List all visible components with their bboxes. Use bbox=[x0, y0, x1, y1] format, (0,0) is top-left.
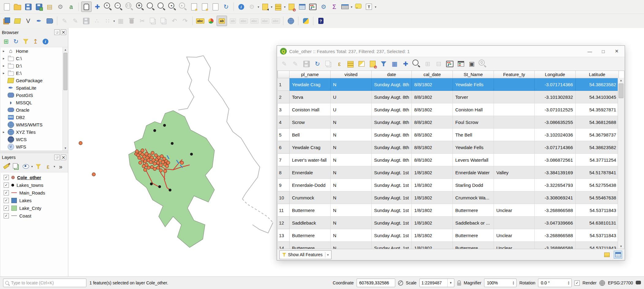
save-layer-edits-button[interactable] bbox=[81, 16, 91, 26]
processing-toolbox-button[interactable]: ⚙ bbox=[319, 2, 328, 12]
cell-visited[interactable]: N bbox=[331, 116, 372, 129]
cell-st_name[interactable]: Starling Dodd bbox=[453, 179, 494, 191]
cell-date[interactable]: Sunday Augt. 1st bbox=[372, 229, 412, 242]
paste-features-button[interactable] bbox=[159, 16, 169, 26]
cell-pl_name[interactable]: Ennerdale-Dodd bbox=[290, 179, 331, 191]
cell-cal_date[interactable]: 1/8/1802 bbox=[412, 166, 453, 179]
new-spatial-bookmark-button[interactable] bbox=[189, 2, 199, 12]
layer-item-main-roads[interactable]: ✓Main_Roads bbox=[1, 189, 68, 197]
cell-feature_ty[interactable]: Valley bbox=[494, 166, 535, 179]
cell-date[interactable]: Sunday Augt. 1st bbox=[372, 179, 412, 191]
cell-latitude[interactable]: 54.34103045 bbox=[576, 91, 619, 103]
zoom-full-button[interactable]: ✚ bbox=[135, 2, 145, 12]
layer-visibility-checkbox[interactable]: ✓ bbox=[4, 198, 9, 203]
layer-diagram-button[interactable] bbox=[206, 16, 216, 26]
cell-date[interactable]: Sunday Augt. 8th bbox=[372, 91, 412, 103]
browser-item-wms-wmts[interactable]: WMS/WMTS bbox=[1, 121, 68, 128]
move-selection-top-button[interactable]: ▦ bbox=[390, 59, 400, 69]
cell-pl_name[interactable]: Bell bbox=[290, 129, 331, 141]
cell-date[interactable]: Sunday Augt. 1st bbox=[372, 166, 412, 179]
layers-close-button[interactable]: × bbox=[61, 155, 66, 160]
table-row-2[interactable]: 2TorvaUSunday Augt. 8th8/8/1802Torver-3.… bbox=[278, 91, 619, 103]
redo-button[interactable]: ↷ bbox=[180, 16, 190, 26]
cell-st_name[interactable]: Buttermere bbox=[453, 242, 494, 249]
cell-longitude[interactable]: -3.102024036 bbox=[535, 129, 576, 141]
layer-item-lakes-towns[interactable]: ✓Lakes_towns bbox=[1, 181, 68, 189]
cell-st_name[interactable]: Crummock Wa... bbox=[453, 191, 494, 204]
form-view-button[interactable] bbox=[603, 251, 611, 259]
rotate-label-button[interactable]: abc bbox=[260, 16, 270, 26]
magnifier-spinbox[interactable]: ▲▼ bbox=[484, 279, 517, 287]
copy-features-button[interactable] bbox=[148, 16, 158, 26]
cell-pl_name[interactable]: Yewdale Crag bbox=[290, 141, 331, 154]
highlight-labels-button[interactable]: ab bbox=[217, 16, 227, 26]
filter-legend-button[interactable] bbox=[34, 162, 43, 171]
cell-date[interactable]: Sunday Augt. 1st bbox=[372, 217, 412, 229]
cell-pl_name[interactable]: Lever's water-fall bbox=[290, 154, 331, 166]
browser-item-d-[interactable]: ▸D:\ bbox=[1, 62, 68, 69]
cell-cal_date[interactable]: 8/8/1802 bbox=[412, 129, 453, 141]
cell-longitude[interactable]: -3.384139169 bbox=[535, 166, 576, 179]
chevron-down-icon[interactable]: ▾ bbox=[375, 5, 376, 9]
layer-item-lake-cnty[interactable]: ✓Lake_Cnty bbox=[1, 204, 68, 212]
layers-float-button[interactable]: ❏ bbox=[54, 155, 60, 160]
table-row-1[interactable]: 1Yewdale CragNSunday Augt. 8th8/8/1802Ye… bbox=[278, 78, 619, 91]
cell-longitude[interactable]: -3.071714366 bbox=[535, 141, 576, 154]
spinner-arrows-icon[interactable]: ▲▼ bbox=[512, 281, 514, 285]
cell-visited[interactable]: N bbox=[331, 166, 372, 179]
browser-item-mssql[interactable]: ◗MSSQL bbox=[1, 99, 68, 106]
add-selected-layers-button[interactable]: ⊞ bbox=[2, 37, 10, 46]
cell-date[interactable]: Sunday Augt. 1st bbox=[372, 191, 412, 204]
data-source-manager-button[interactable] bbox=[2, 16, 12, 26]
cell-longitude[interactable]: -3.047339666 bbox=[535, 217, 576, 229]
chevron-down-icon[interactable]: ▾ bbox=[258, 5, 259, 9]
row-number[interactable]: 8 bbox=[278, 166, 290, 179]
render-checkbox[interactable]: ✓ bbox=[574, 280, 580, 286]
layer-item-cole-other[interactable]: ✓Cole_other bbox=[1, 174, 68, 181]
cell-longitude[interactable]: -3.071012525 bbox=[535, 103, 576, 116]
browser-item-spatialite[interactable]: ✒SpatiaLite bbox=[1, 84, 68, 91]
cell-visited[interactable]: N bbox=[331, 154, 372, 166]
save-project-button[interactable] bbox=[23, 2, 33, 12]
browser-item-wcs[interactable]: WCS bbox=[1, 136, 68, 143]
chevron-down-icon[interactable]: ▾ bbox=[113, 19, 115, 23]
table-row-11[interactable]: 11ButtermereNSunday Augt. 1st1/8/1802But… bbox=[278, 204, 619, 217]
browser-item-ows[interactable]: OWS bbox=[1, 150, 68, 151]
browser-scrollbar[interactable]: ▲ ▼ bbox=[63, 47, 68, 151]
chevron-down-icon[interactable]: ▾ bbox=[271, 5, 272, 9]
cell-cal_date[interactable]: 1/8/1802 bbox=[412, 217, 453, 229]
cell-feature_ty[interactable] bbox=[494, 129, 535, 141]
cell-st_name[interactable]: The Bell bbox=[453, 129, 494, 141]
chevron-down-icon[interactable]: ▾ bbox=[351, 5, 352, 9]
browser-scrollbar-thumb[interactable] bbox=[63, 53, 67, 90]
undo-button[interactable]: ↶ bbox=[169, 16, 179, 26]
cell-longitude[interactable]: -3.071714366 bbox=[535, 78, 576, 91]
cell-st_name[interactable]: Ennerdale Water bbox=[453, 166, 494, 179]
table-row-5[interactable]: 5BellNSunday Augt. 8th8/8/1802The Bell-3… bbox=[278, 129, 619, 141]
cell-visited[interactable]: N bbox=[331, 129, 372, 141]
open-attribute-table-button[interactable] bbox=[297, 2, 307, 12]
select-features-button[interactable] bbox=[260, 2, 270, 12]
add-group-button[interactable] bbox=[12, 162, 20, 171]
pan-map-button[interactable] bbox=[81, 2, 92, 12]
minimize-button[interactable]: — bbox=[583, 47, 597, 56]
cell-longitude[interactable]: -3.268866588 bbox=[535, 242, 576, 249]
cell-feature_ty[interactable] bbox=[494, 217, 535, 229]
table-row-3[interactable]: 3Coniston HallUSunday Augt. 8th8/8/1802C… bbox=[278, 103, 619, 116]
column-header-cal_date[interactable]: cal_date bbox=[412, 71, 453, 78]
new-geopackage-layer-button[interactable] bbox=[13, 16, 22, 26]
zoom-last-button[interactable]: ◂ bbox=[168, 2, 177, 12]
cell-longitude[interactable]: -3.268866588 bbox=[535, 204, 576, 217]
row-number[interactable]: 5 bbox=[278, 129, 290, 141]
cell-latitude[interactable]: 54.55467638 bbox=[576, 191, 619, 204]
column-header-date[interactable]: date bbox=[372, 71, 412, 78]
cell-date[interactable]: Sunday Augt. 1st bbox=[372, 242, 412, 249]
table-row-6[interactable]: 6Yewdale CragNSunday Augt. 8th8/8/1802Ye… bbox=[278, 141, 619, 154]
cell-cal_date[interactable]: 8/8/1802 bbox=[412, 141, 453, 154]
cell-pl_name[interactable]: Buttermere bbox=[290, 242, 331, 249]
deselect-all-features-button[interactable] bbox=[286, 2, 296, 12]
new-spatialite-layer-button[interactable]: ✒ bbox=[34, 16, 44, 26]
table-row-8[interactable]: 8EnnerdaleNSunday Augt. 1st1/8/1802Enner… bbox=[278, 166, 619, 179]
cell-visited[interactable]: N bbox=[331, 229, 372, 242]
show-spatial-bookmarks-button[interactable] bbox=[200, 2, 210, 12]
